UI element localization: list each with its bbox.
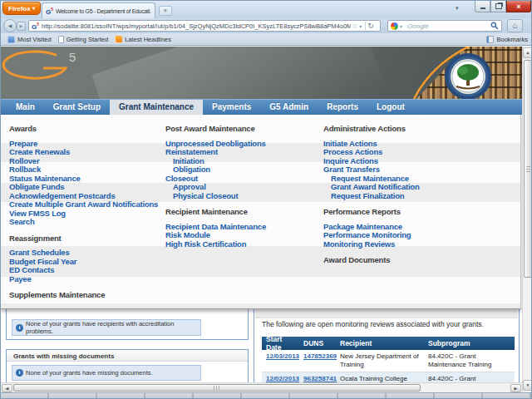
minimize-button[interactable]	[475, 1, 490, 12]
svg-text:5: 5	[69, 50, 76, 64]
menu-link-request-finalization[interactable]: Request Finalization	[323, 192, 498, 201]
menu-link-physical-closeout[interactable]: Physical Closeout	[165, 192, 318, 201]
duns-link[interactable]: 963258741	[303, 375, 337, 382]
nav-main[interactable]: Main	[7, 100, 44, 115]
start-date-link[interactable]: 12/03/2013	[266, 352, 299, 360]
menu-link-create-multiple-gan[interactable]: Create Multiple Grant Award Notification…	[9, 200, 164, 209]
bookmark-star-icon[interactable]: ☆	[352, 22, 357, 30]
title-bar: Firefox ▾ G5 Welcome to G5 - Department …	[1, 1, 532, 19]
grant-maintenance-menu: Awards Prepare Create Renewals Rollover …	[1, 115, 521, 309]
menu-column-administrative: Administrative Actions Initiate Actions …	[323, 125, 498, 271]
monitoring-reviews-intro: The following are open monitoring review…	[262, 320, 511, 328]
url-bar[interactable]: G5 http://sodalite:8081/ssoINT/wps/mypor…	[28, 20, 381, 32]
subprogram-cell: 84.420C - Grant Maintenance Training	[424, 350, 515, 372]
recipient-cell: New Jersey Department of Training	[336, 350, 424, 372]
menu-link-grant-schedules[interactable]: Grant Schedules	[9, 249, 164, 258]
g5-logo: 5	[3, 50, 76, 78]
bookmarks-toolbar: Most Visited Getting Started Latest Head…	[1, 33, 532, 46]
feed-icon	[115, 36, 122, 43]
scroll-up-icon[interactable]: ▲	[523, 47, 532, 58]
g5-banner: 5 Empowering the grant community.	[1, 47, 522, 99]
bookmarks-button[interactable]: Bookmarks	[486, 36, 528, 43]
table-row: 12/03/2013 147852369 New Jersey Departme…	[262, 350, 515, 372]
menu-link-ed-contacts[interactable]: ED Contacts	[9, 266, 164, 275]
window-controls: ×	[475, 1, 531, 12]
menu-link-process-actions[interactable]: Process Actions	[323, 148, 498, 157]
forward-button[interactable]: ▶	[17, 22, 26, 31]
menu-header-post-award-maintenance: Post Award Maintenance	[165, 125, 318, 134]
menu-header-performance-reports: Performance Reports	[323, 208, 498, 217]
menu-link-grant-award-notification[interactable]: Grant Award Notification	[323, 183, 498, 192]
menu-link-risk-module[interactable]: Risk Module	[165, 231, 318, 240]
bookmark-most-visited[interactable]: Most Visited	[7, 36, 52, 43]
menu-link-approval[interactable]: Approval	[165, 183, 318, 192]
missing-documents-message: None of your grants have missing documen…	[26, 369, 153, 377]
menu-link-grant-transfers[interactable]: Grant Transfers	[323, 165, 498, 175]
col-subprogram: Subprogram	[424, 337, 515, 350]
menu-link-monitoring-reviews[interactable]: Monitoring Reviews	[323, 240, 498, 249]
accreditation-message: None of your grants have recipients with…	[26, 320, 197, 335]
info-icon: i	[16, 369, 23, 377]
minimize-icon	[480, 7, 485, 9]
col-duns: DUNS	[299, 337, 336, 350]
chevron-down-icon: ▾	[32, 6, 35, 11]
nav-reports[interactable]: Reports	[318, 100, 367, 115]
browser-tab[interactable]: G5 Welcome to G5 - Department of Educati…	[42, 2, 155, 18]
restore-button[interactable]	[490, 1, 506, 12]
scroll-left-icon[interactable]: ◀	[2, 384, 12, 392]
nav-payments[interactable]: Payments	[203, 100, 260, 115]
menu-link-obligate-funds[interactable]: Obligate Funds	[9, 183, 164, 192]
menu-column-awards: Awards Prepare Create Renewals Rollover …	[9, 125, 164, 306]
menu-link-reinstatement[interactable]: Reinstatement	[165, 148, 318, 157]
nav-logout[interactable]: Logout	[367, 100, 414, 115]
g5-favicon: G5	[46, 6, 53, 16]
url-text[interactable]: http://sodalite:8081/ssoINT/wps/myportal…	[42, 22, 351, 30]
search-engine-dropdown-icon[interactable]: ▾	[400, 23, 402, 29]
horizontal-scrollbar-thumb[interactable]	[13, 384, 421, 392]
search-icon[interactable]	[490, 22, 499, 30]
menu-link-performance-monitoring[interactable]: Performance Monitoring	[323, 231, 498, 240]
browser-window: Firefox ▾ G5 Welcome to G5 - Department …	[0, 0, 532, 399]
bookmark-latest-headlines[interactable]: Latest Headlines	[115, 36, 171, 43]
banner-decoration: 5	[1, 47, 522, 99]
nav-grant-setup[interactable]: Grant Setup	[44, 100, 110, 115]
menu-header-award-documents: Award Documents	[323, 256, 498, 265]
menu-link-high-risk-certification[interactable]: High Risk Certification	[165, 240, 318, 249]
new-tab-button[interactable]: +	[159, 6, 172, 16]
menu-link-obligation[interactable]: Obligation	[165, 165, 318, 175]
info-icon: i	[16, 324, 23, 332]
missing-documents-header: Grants with missing documents	[7, 350, 248, 362]
scroll-down-icon[interactable]: ▼	[523, 380, 532, 391]
list-all-tabs-icon[interactable]: ▾	[456, 5, 459, 12]
search-placeholder: Google	[407, 22, 490, 30]
missing-documents-info-box: i None of your grants have missing docum…	[12, 365, 201, 381]
url-dropdown-icon[interactable]: ▾	[359, 23, 362, 29]
scroll-right-icon[interactable]: ▶	[510, 384, 521, 392]
divider	[365, 22, 366, 30]
vertical-scrollbar-thumb[interactable]	[524, 60, 532, 278]
menu-header-administrative-actions: Administrative Actions	[323, 125, 498, 134]
department-of-education-seal	[445, 53, 491, 99]
vertical-scrollbar[interactable]: ▲ ▼	[522, 47, 532, 392]
tab-title: Welcome to G5 - Department of Educati...	[56, 8, 151, 14]
reload-icon[interactable]: ↻	[367, 22, 374, 30]
close-button[interactable]: ×	[506, 1, 531, 12]
nav-grant-maintenance[interactable]: Grant Maintenance	[110, 100, 203, 115]
search-input[interactable]: ▾ Google	[387, 20, 502, 32]
start-date-link[interactable]: 12/02/2013	[266, 375, 299, 382]
g5-favicon: G5	[32, 21, 39, 31]
menu-link-rollback[interactable]: Rollback	[9, 165, 164, 175]
menu-column-post-award: Post Award Maintenance Unprocessed Deobl…	[165, 125, 318, 249]
table-header-row: Start Date DUNS Recipient Subprogram	[262, 337, 515, 350]
home-button[interactable]: ⌂	[507, 19, 523, 32]
menu-link-payee[interactable]: Payee	[9, 275, 164, 284]
back-button[interactable]: ◀	[3, 19, 17, 32]
firefox-menu-button[interactable]: Firefox ▾	[2, 2, 41, 15]
bookmark-getting-started[interactable]: Getting Started	[58, 36, 108, 43]
accreditation-info-box: i None of your grants have recipients wi…	[12, 319, 201, 336]
duns-link[interactable]: 147852369	[303, 352, 337, 360]
menu-link-create-renewals[interactable]: Create Renewals	[9, 148, 164, 157]
nav-g5-admin[interactable]: G5 Admin	[260, 100, 318, 115]
menu-link-search[interactable]: Search	[9, 218, 164, 227]
horizontal-scrollbar[interactable]: ◀ ▶	[1, 382, 522, 392]
